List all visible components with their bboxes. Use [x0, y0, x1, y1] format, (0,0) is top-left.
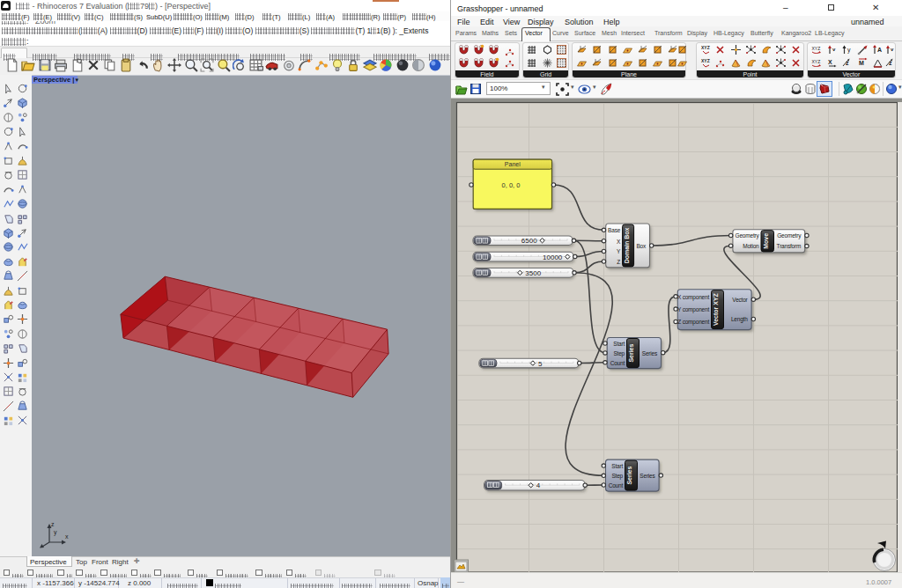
- svg-text:Base: Base: [608, 227, 621, 233]
- svg-text:XYZ: XYZ: [701, 45, 710, 50]
- svg-text:Series: Series: [628, 343, 634, 362]
- svg-text:Series: Series: [642, 350, 658, 356]
- svg-text:X component: X component: [677, 294, 709, 301]
- svg-text:Start: Start: [611, 463, 623, 469]
- svg-text:Y component: Y component: [677, 306, 709, 313]
- svg-text:z: z: [51, 521, 55, 527]
- svg-text:Series: Series: [626, 466, 632, 484]
- svg-text:Geometry: Geometry: [777, 232, 802, 239]
- svg-text:y: y: [54, 529, 57, 536]
- svg-text:XYZ: XYZ: [812, 46, 821, 51]
- svg-text:3500: 3500: [525, 269, 541, 277]
- svg-text:Step: Step: [613, 350, 625, 357]
- svg-text:10000: 10000: [543, 254, 563, 261]
- svg-text:6500: 6500: [521, 237, 537, 245]
- svg-text:4: 4: [536, 481, 541, 489]
- svg-text:v: v: [832, 47, 836, 52]
- svg-text:Count: Count: [610, 360, 625, 366]
- svg-text:Step: Step: [611, 473, 623, 480]
- svg-text:Z component: Z component: [677, 319, 709, 326]
- svg-text:Vector XYZ: Vector XYZ: [713, 292, 719, 326]
- svg-text:Geometry: Geometry: [736, 232, 760, 239]
- svg-text:0, 0, 0: 0, 0, 0: [502, 181, 521, 189]
- svg-text:Length: Length: [731, 316, 748, 323]
- svg-text:X: X: [828, 59, 832, 65]
- svg-text:v: v: [891, 47, 894, 52]
- svg-text:y: y: [847, 47, 851, 54]
- svg-text:5: 5: [538, 360, 543, 368]
- svg-text:Series: Series: [640, 473, 655, 479]
- svg-text:Count: Count: [609, 482, 624, 489]
- svg-text:Z: Z: [617, 259, 620, 265]
- svg-text:M: M: [859, 60, 864, 66]
- svg-text:XYZ: XYZ: [812, 59, 821, 64]
- svg-text:Motion: Motion: [743, 243, 759, 249]
- svg-text:Vector: Vector: [732, 297, 748, 303]
- svg-text:XYZ: XYZ: [701, 58, 710, 63]
- svg-text:x: x: [65, 533, 69, 540]
- svg-text:Box: Box: [636, 243, 647, 249]
- svg-text:Domain Box: Domain Box: [624, 227, 630, 263]
- svg-text:Panel: Panel: [505, 161, 521, 167]
- svg-text:A: A: [877, 47, 882, 53]
- svg-text:Move: Move: [763, 233, 769, 249]
- svg-text:Transform: Transform: [777, 243, 802, 249]
- svg-text:Start: Start: [613, 341, 625, 347]
